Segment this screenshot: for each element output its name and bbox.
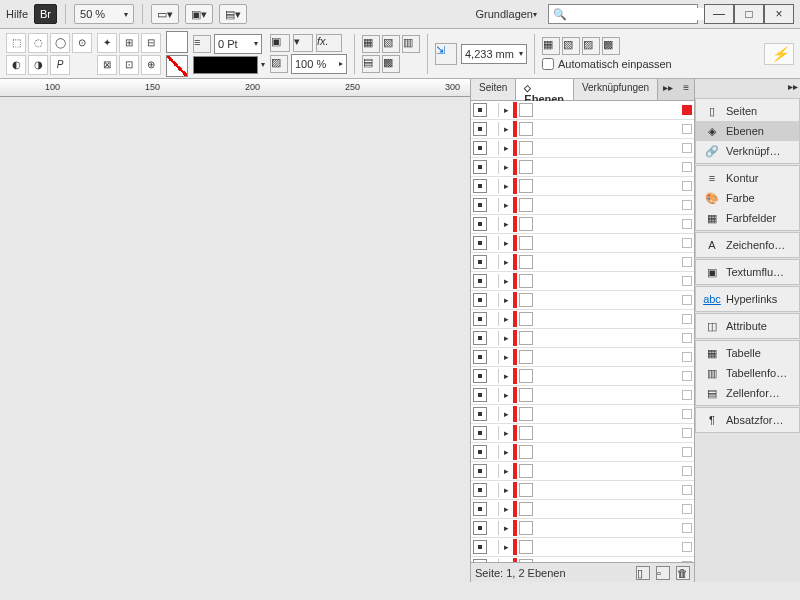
visibility-toggle-icon[interactable] — [473, 388, 487, 402]
maximize-button[interactable]: □ — [734, 4, 764, 24]
lock-toggle[interactable] — [489, 141, 499, 155]
dock-collapse-icon[interactable]: ▸▸ — [788, 81, 798, 95]
screen-mode-button[interactable]: ▣▾ — [185, 4, 213, 24]
wrap-col-icon[interactable]: ◐ — [6, 55, 26, 75]
lock-toggle[interactable] — [489, 255, 499, 269]
disclosure-icon[interactable]: ▸ — [501, 523, 511, 533]
lock-toggle[interactable] — [489, 502, 499, 516]
grid-icon-1[interactable]: ▦ — [542, 37, 560, 55]
lock-toggle[interactable] — [489, 521, 499, 535]
disclosure-icon[interactable]: ▸ — [501, 542, 511, 552]
panel-links[interactable]: 🔗Verknüpf… — [696, 141, 799, 161]
fit-prop-icon[interactable]: ▥ — [402, 35, 420, 53]
disclosure-icon[interactable]: ▸ — [501, 143, 511, 153]
lock-toggle[interactable] — [489, 426, 499, 440]
lock-toggle[interactable] — [489, 464, 499, 478]
visibility-toggle-icon[interactable] — [473, 312, 487, 326]
lock-toggle[interactable] — [489, 160, 499, 174]
selection-box[interactable] — [682, 352, 692, 362]
selection-box[interactable] — [682, 295, 692, 305]
layer-row[interactable]: ▸ — [471, 196, 694, 215]
lock-toggle[interactable] — [489, 198, 499, 212]
panel-swatches[interactable]: ▦Farbfelder — [696, 208, 799, 228]
tab-links[interactable]: Verknüpfungen — [574, 79, 658, 100]
visibility-toggle-icon[interactable] — [473, 236, 487, 250]
size-field[interactable]: 4,233 mm▾ — [461, 44, 527, 64]
fx-menu-icon[interactable]: ▾ — [293, 34, 313, 52]
layer-row[interactable]: ▸ — [471, 481, 694, 500]
lock-toggle[interactable] — [489, 331, 499, 345]
disclosure-icon[interactable]: ▸ — [501, 333, 511, 343]
layer-row[interactable]: ▸ — [471, 310, 694, 329]
panel-character[interactable]: AZeichenfo… — [696, 235, 799, 255]
panel-paragraph[interactable]: ¶Absatzfor… — [696, 410, 799, 430]
selection-box[interactable] — [682, 200, 692, 210]
disclosure-icon[interactable]: ▸ — [501, 200, 511, 210]
fx-dropshadow-icon[interactable]: ▣ — [270, 34, 290, 52]
selection-box[interactable] — [682, 276, 692, 286]
visibility-toggle-icon[interactable] — [473, 521, 487, 535]
panel-menu-button[interactable]: ≡ — [678, 79, 694, 100]
lock-toggle[interactable] — [489, 369, 499, 383]
selection-box[interactable] — [682, 333, 692, 343]
fill-swatch-group[interactable] — [166, 31, 188, 77]
wrap-next-icon[interactable]: ◑ — [28, 55, 48, 75]
visibility-toggle-icon[interactable] — [473, 103, 487, 117]
layer-row[interactable]: ▸ — [471, 443, 694, 462]
arrange-button[interactable]: ▤▾ — [219, 4, 247, 24]
disclosure-icon[interactable]: ▸ — [501, 314, 511, 324]
panel-layers[interactable]: ◈Ebenen — [696, 121, 799, 141]
align-icon-1[interactable]: ✦ — [97, 33, 117, 53]
lock-toggle[interactable] — [489, 388, 499, 402]
disclosure-icon[interactable]: ▸ — [501, 257, 511, 267]
grid-icon-2[interactable]: ▧ — [562, 37, 580, 55]
panel-textwrap[interactable]: ▣Textumflu… — [696, 262, 799, 282]
panel-table[interactable]: ▦Tabelle — [696, 343, 799, 363]
auto-fit-checkbox[interactable]: Automatisch einpassen — [542, 58, 672, 70]
new-layer-icon[interactable]: ▫ — [656, 566, 670, 580]
selection-box[interactable] — [682, 314, 692, 324]
panel-hyperlinks[interactable]: abcHyperlinks — [696, 289, 799, 309]
close-button[interactable]: × — [764, 4, 794, 24]
layer-row[interactable]: ▸ — [471, 462, 694, 481]
selection-box[interactable] — [682, 466, 692, 476]
visibility-toggle-icon[interactable] — [473, 198, 487, 212]
measure-icon[interactable]: ⇲ — [435, 43, 457, 65]
layer-row[interactable]: ▸ — [471, 329, 694, 348]
disclosure-icon[interactable]: ▸ — [501, 371, 511, 381]
fx-button[interactable]: fx. — [316, 34, 342, 52]
lock-toggle[interactable] — [489, 122, 499, 136]
visibility-toggle-icon[interactable] — [473, 502, 487, 516]
selection-box[interactable] — [682, 542, 692, 552]
help-menu[interactable]: Hilfe — [6, 8, 28, 20]
bridge-button[interactable]: Br — [34, 4, 57, 24]
center-content-icon[interactable]: ▤ — [362, 55, 380, 73]
grid-icon-4[interactable]: ▩ — [602, 37, 620, 55]
selection-box[interactable] — [682, 238, 692, 248]
lock-toggle[interactable] — [489, 407, 499, 421]
zoom-dropdown[interactable]: 50 %▾ — [74, 4, 134, 24]
visibility-toggle-icon[interactable] — [473, 350, 487, 364]
selection-box[interactable] — [682, 162, 692, 172]
tab-layers[interactable]: ◇ Ebenen — [516, 79, 574, 100]
lock-toggle[interactable] — [489, 350, 499, 364]
align-icon-2[interactable]: ⊞ — [119, 33, 139, 53]
search-box[interactable]: 🔍 — [548, 4, 698, 24]
layer-row[interactable]: ▸ — [471, 234, 694, 253]
selection-box[interactable] — [682, 409, 692, 419]
fill-prop-icon[interactable]: ▩ — [382, 55, 400, 73]
align-icon-6[interactable]: ⊕ — [141, 55, 161, 75]
selection-box[interactable] — [682, 504, 692, 514]
layer-row[interactable]: ▸ — [471, 367, 694, 386]
wrap-bbox-icon[interactable]: ◌ — [28, 33, 48, 53]
visibility-toggle-icon[interactable] — [473, 369, 487, 383]
lock-toggle[interactable] — [489, 445, 499, 459]
disclosure-icon[interactable]: ▸ — [501, 390, 511, 400]
panel-expand-button[interactable]: ▸▸ — [658, 79, 678, 100]
disclosure-icon[interactable]: ▸ — [501, 352, 511, 362]
panel-attributes[interactable]: ◫Attribute — [696, 316, 799, 336]
minimize-button[interactable]: — — [704, 4, 734, 24]
visibility-toggle-icon[interactable] — [473, 217, 487, 231]
lock-toggle[interactable] — [489, 236, 499, 250]
align-icon-4[interactable]: ⊠ — [97, 55, 117, 75]
